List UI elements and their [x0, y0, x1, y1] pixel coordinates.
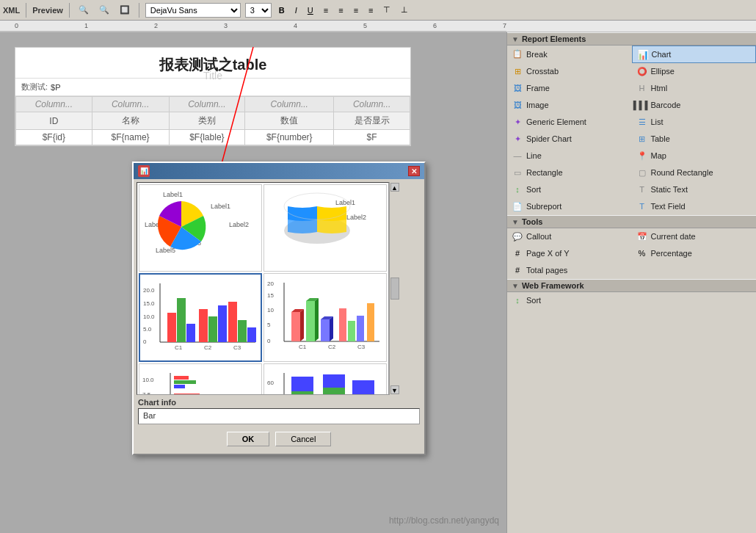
svg-text:C3: C3 [357, 344, 366, 350]
modal-titlebar: 📊 ✕ [134, 163, 424, 179]
chart-gallery[interactable]: Label1 Label4 Label2 Label5 Label3 [137, 182, 389, 395]
gallery-grid: Label1 Label4 Label2 Label5 Label3 [137, 183, 388, 395]
svg-rect-27 [199, 309, 208, 342]
svg-text:Label1: Label1 [211, 203, 230, 210]
modal-title-left: 📊 [138, 165, 150, 177]
scroll-up-btn[interactable]: ▲ [390, 183, 399, 192]
svg-rect-69 [174, 380, 196, 384]
svg-text:Label1: Label1 [335, 199, 355, 206]
chart-picker-dialog: 📊 ✕ Label1 Label4 Label2 [132, 162, 426, 455]
modal-close-btn[interactable]: ✕ [408, 166, 420, 176]
scroll-thumb[interactable] [390, 278, 399, 300]
svg-text:15.0: 15.0 [143, 300, 155, 307]
barh-chart-thumb: 10.0 7.5 5.0 2.5 3 5 7 9 11 13 [141, 366, 258, 395]
svg-rect-28 [208, 316, 217, 342]
svg-text:10: 10 [267, 307, 274, 313]
svg-text:5: 5 [267, 322, 271, 328]
cancel-button[interactable]: Cancel [275, 432, 331, 446]
svg-text:C1: C1 [175, 344, 183, 351]
svg-text:20.0: 20.0 [143, 287, 155, 294]
gallery-item-pie3d[interactable]: Label1 Label2 [263, 184, 387, 272]
svg-rect-31 [238, 320, 247, 342]
svg-marker-45 [300, 309, 304, 341]
svg-rect-70 [174, 385, 185, 388]
svg-rect-24 [167, 313, 176, 342]
svg-rect-71 [174, 394, 200, 395]
svg-text:7.5: 7.5 [142, 391, 151, 395]
svg-rect-52 [339, 308, 346, 341]
svg-rect-26 [186, 324, 195, 342]
modal-buttons: OK Cancel [137, 427, 421, 451]
svg-text:10.0: 10.0 [143, 313, 155, 320]
svg-text:Label1: Label1 [163, 191, 183, 198]
svg-rect-29 [218, 305, 227, 342]
scroll-track-bottom [390, 300, 399, 385]
gallery-scrollbar[interactable]: ▲ ▼ [389, 182, 399, 395]
svg-rect-32 [247, 327, 256, 342]
gallery-container: Label1 Label4 Label2 Label5 Label3 [137, 182, 421, 395]
svg-text:60: 60 [267, 380, 274, 386]
svg-text:0: 0 [267, 338, 271, 344]
scroll-track [390, 192, 399, 278]
svg-rect-87 [291, 391, 313, 395]
svg-text:0: 0 [143, 338, 147, 345]
svg-text:C3: C3 [233, 344, 241, 351]
gallery-item-bar[interactable]: 0 5.0 10.0 15.0 20.0 C1 C2 C3 [139, 273, 262, 362]
svg-rect-46 [306, 301, 315, 341]
svg-text:C1: C1 [299, 344, 307, 350]
svg-text:10.0: 10.0 [142, 377, 154, 383]
pie3d-chart-thumb: Label1 Label2 [266, 186, 383, 267]
gallery-item-stackbar[interactable]: 0 20 40 60 C1 C2 C3 [263, 363, 387, 395]
svg-rect-90 [323, 388, 345, 395]
chart-info-box: Bar [138, 408, 420, 424]
svg-marker-48 [315, 298, 319, 341]
svg-rect-55 [367, 303, 374, 341]
svg-rect-43 [291, 312, 300, 341]
svg-rect-53 [348, 321, 355, 341]
svg-text:Label5: Label5 [156, 247, 175, 254]
svg-text:Label2: Label2 [229, 221, 249, 228]
gallery-item-barh[interactable]: 10.0 7.5 5.0 2.5 3 5 7 9 11 13 [139, 363, 262, 395]
svg-rect-88 [291, 377, 313, 391]
svg-rect-94 [352, 380, 374, 395]
chart-info-label: Chart info [138, 398, 420, 407]
pie-chart-thumb: Label1 Label4 Label2 Label5 Label3 [141, 186, 258, 267]
svg-text:15: 15 [267, 292, 274, 299]
stackbar-chart-thumb: 0 20 40 60 C1 C2 C3 [266, 366, 383, 395]
modal-content: Label1 Label4 Label2 Label5 Label3 [134, 179, 424, 454]
modal-overlay: 📊 ✕ Label1 Label4 Label2 [0, 0, 756, 533]
gallery-item-pie[interactable]: Label1 Label4 Label2 Label5 Label3 [139, 184, 262, 272]
svg-rect-49 [321, 319, 330, 341]
svg-text:20: 20 [267, 280, 274, 287]
svg-rect-25 [177, 298, 186, 342]
bar3d-chart-thumb: 0 5 10 15 20 C1 C2 C3 [266, 275, 383, 356]
bar-chart-thumb: 0 5.0 10.0 15.0 20.0 C1 C2 C3 [142, 276, 259, 357]
svg-text:C2: C2 [204, 344, 212, 351]
svg-rect-54 [357, 316, 364, 341]
ok-button[interactable]: OK [227, 432, 270, 446]
svg-text:Label2: Label2 [346, 214, 366, 221]
svg-rect-30 [228, 302, 237, 342]
scroll-down-btn[interactable]: ▼ [390, 385, 399, 394]
svg-rect-68 [174, 376, 189, 380]
gallery-item-bar3d[interactable]: 0 5 10 15 20 C1 C2 C3 [263, 273, 387, 362]
svg-marker-51 [330, 316, 333, 341]
svg-text:C2: C2 [328, 344, 336, 350]
modal-title-icon: 📊 [138, 165, 150, 177]
svg-rect-91 [323, 374, 345, 388]
svg-text:5.0: 5.0 [143, 326, 152, 333]
